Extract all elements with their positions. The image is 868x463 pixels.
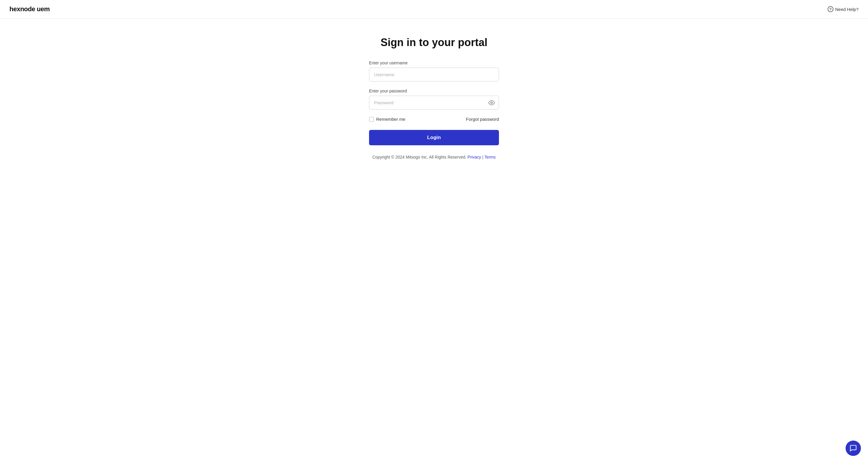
copyright-text: Copyright © 2024 Mitsogo Inc. All Rights… <box>372 155 466 159</box>
page-title: Sign in to your portal <box>380 36 488 49</box>
help-circle-icon: ? <box>828 6 833 12</box>
remember-me-text: Remember me <box>376 117 405 122</box>
login-form: Enter your username Enter your password <box>369 61 499 159</box>
remember-me-checkbox[interactable] <box>369 117 374 122</box>
need-help-label: Need Help? <box>835 7 859 12</box>
remember-me-label[interactable]: Remember me <box>369 117 405 122</box>
password-label: Enter your password <box>369 89 499 93</box>
footer-separator: | <box>482 155 483 159</box>
svg-point-0 <box>491 102 492 104</box>
password-input-wrapper <box>369 96 499 110</box>
header: hexnode uem ? Need Help? <box>0 0 868 19</box>
main-content: Sign in to your portal Enter your userna… <box>0 19 868 159</box>
privacy-link[interactable]: Privacy <box>468 155 481 159</box>
password-input[interactable] <box>369 96 499 110</box>
password-field-group: Enter your password <box>369 89 499 110</box>
terms-link[interactable]: Terms <box>485 155 496 159</box>
remember-forgot-row: Remember me Forgot password <box>369 117 499 122</box>
need-help-link[interactable]: ? Need Help? <box>828 6 859 12</box>
forgot-password-link[interactable]: Forgot password <box>466 117 499 122</box>
toggle-password-button[interactable] <box>488 99 495 106</box>
footer: Copyright © 2024 Mitsogo Inc. All Rights… <box>369 155 499 159</box>
eye-icon <box>488 99 495 106</box>
username-input-wrapper <box>369 68 499 82</box>
chat-button[interactable] <box>845 440 861 456</box>
username-label: Enter your username <box>369 61 499 65</box>
username-field-group: Enter your username <box>369 61 499 82</box>
logo: hexnode uem <box>9 5 50 13</box>
login-button[interactable]: Login <box>369 130 499 145</box>
username-input[interactable] <box>369 68 499 82</box>
chat-icon <box>849 444 857 452</box>
